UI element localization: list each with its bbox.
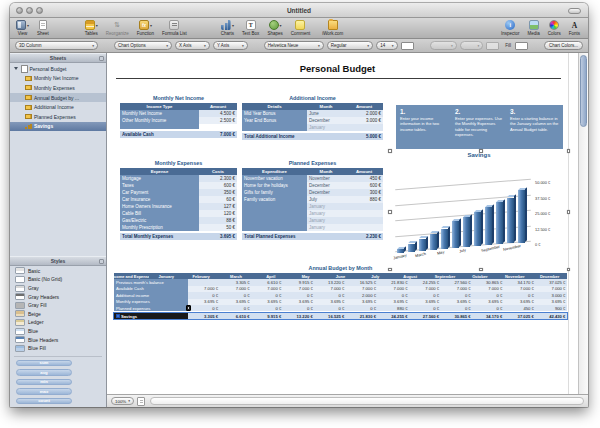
cell[interactable]: January xyxy=(307,217,345,224)
sidebar-item-personal-budget[interactable]: Personal Budget xyxy=(10,64,106,74)
cell[interactable]: 16.525 € xyxy=(314,313,346,319)
column-header[interactable]: Month xyxy=(307,168,345,175)
cell[interactable]: 2.000 € xyxy=(345,110,383,117)
disclosure-triangle-icon[interactable] xyxy=(14,67,18,70)
column-header[interactable]: Amount xyxy=(199,103,237,110)
cell[interactable]: 3.000 € xyxy=(345,117,383,124)
cell[interactable]: 60 € xyxy=(199,196,237,203)
cell[interactable] xyxy=(345,124,383,131)
cell[interactable]: 24.255 € xyxy=(377,313,409,319)
toolbar-charts[interactable]: ▾Charts xyxy=(221,20,234,37)
column-header[interactable]: Costs xyxy=(199,168,237,175)
chart-style-select[interactable]: 3D Column▾ xyxy=(15,41,98,50)
calc-sum[interactable]: sum xyxy=(16,360,72,367)
cell[interactable] xyxy=(242,124,307,131)
cell[interactable] xyxy=(242,203,307,210)
cell[interactable]: December xyxy=(307,117,345,124)
chart-bar[interactable] xyxy=(485,207,492,245)
y-axis-select[interactable]: Y Axis▾ xyxy=(213,41,248,50)
table-title[interactable]: Monthly Expenses xyxy=(120,160,237,166)
cell[interactable]: 88 € xyxy=(199,217,237,224)
cell[interactable]: 0 € xyxy=(188,305,220,311)
cell[interactable] xyxy=(242,224,307,231)
x-axis-select[interactable]: X Axis▾ xyxy=(175,41,210,50)
cell[interactable]: Monthly Net Income xyxy=(120,110,199,117)
cell[interactable]: 120 € xyxy=(199,210,237,217)
cell[interactable]: January xyxy=(307,124,345,131)
cell[interactable]: November xyxy=(307,175,345,182)
chart-bar[interactable] xyxy=(474,212,481,246)
cell[interactable]: 13.220 € xyxy=(283,313,315,319)
cell[interactable]: Cable Bill xyxy=(120,210,199,217)
cell[interactable]: 880 € xyxy=(345,196,383,203)
cell[interactable]: Home Owners Insurance xyxy=(120,203,199,210)
vertical-scrollbar[interactable] xyxy=(578,53,588,394)
total-value[interactable]: 3.695 € xyxy=(199,233,237,241)
maximize-button[interactable] xyxy=(36,7,43,14)
calc-max[interactable]: max xyxy=(16,388,72,395)
selection-handle[interactable] xyxy=(479,268,483,272)
calc-avg[interactable]: avg xyxy=(16,369,72,376)
chart-bar[interactable] xyxy=(496,202,503,244)
scrollbar-thumb[interactable] xyxy=(580,55,587,127)
column-header[interactable]: Amount xyxy=(345,168,383,175)
close-button[interactable] xyxy=(16,7,23,14)
column-header[interactable]: Expenditure xyxy=(242,168,307,175)
cell[interactable]: 127 € xyxy=(199,203,237,210)
cell[interactable] xyxy=(345,217,383,224)
style-item-basic-no-grid[interactable]: Basic (No Grid) xyxy=(10,275,106,284)
cell[interactable]: 0 € xyxy=(220,305,252,311)
minimize-button[interactable] xyxy=(26,7,33,14)
canvas[interactable]: Personal Budget Monthly Net IncomeIncome… xyxy=(107,53,588,394)
column-header[interactable]: Income Type xyxy=(120,103,199,110)
cell[interactable]: 30.865 € xyxy=(441,313,473,319)
cell[interactable]: 6.610 € xyxy=(220,313,252,319)
column-header[interactable]: Expense xyxy=(120,168,199,175)
cell[interactable]: July xyxy=(307,196,345,203)
cell[interactable]: January xyxy=(307,203,345,210)
zoom-select[interactable]: 100% ▾ xyxy=(111,397,134,406)
cell[interactable]: Year End Bonus xyxy=(242,117,307,124)
sidebar-item-monthly-net-income[interactable]: Monthly Net Income xyxy=(10,74,106,84)
toolbar-colors[interactable]: Colors xyxy=(548,20,561,37)
table-title[interactable]: Planned Expenses xyxy=(242,160,383,166)
selection-handle[interactable] xyxy=(388,210,392,214)
chart-colors-button[interactable]: Chart Colors... xyxy=(544,41,583,50)
cell[interactable]: 50 € xyxy=(199,224,237,231)
cell[interactable]: 0 € xyxy=(314,305,346,311)
table-handle-icon[interactable] xyxy=(186,305,192,311)
cell[interactable]: Home for the holidays xyxy=(242,182,307,189)
cell[interactable] xyxy=(345,210,383,217)
toolbar-text-box[interactable]: Text Box xyxy=(242,20,259,37)
cell[interactable]: January xyxy=(307,210,345,217)
toolbar-sheet[interactable]: Sheet xyxy=(37,20,49,37)
chart-bar[interactable] xyxy=(507,198,514,244)
cell[interactable]: 9.915 € xyxy=(251,313,283,319)
style-item-gray-headers[interactable]: Gray Headers xyxy=(10,292,106,301)
chart-bar[interactable] xyxy=(419,239,426,251)
sidebar-item-monthly-expenses[interactable]: Monthly Expenses xyxy=(10,83,106,93)
toolbar-iwork-com[interactable]: iWork.com xyxy=(322,20,343,37)
cell[interactable]: Taxes xyxy=(120,182,199,189)
total-label[interactable]: Total Additional Income xyxy=(242,133,345,141)
cell[interactable]: 2.500 € xyxy=(199,117,237,124)
panel-splitter-handle[interactable] xyxy=(99,56,104,61)
chart-bar[interactable] xyxy=(518,190,525,243)
cell[interactable]: Car Payment xyxy=(120,189,199,196)
cell[interactable]: Gas/Electric xyxy=(120,217,199,224)
total-label[interactable]: Total Planned Expenses xyxy=(242,233,345,241)
chart-bar[interactable] xyxy=(463,217,470,247)
cell[interactable]: June xyxy=(307,110,345,117)
calc-count[interactable]: count xyxy=(16,398,72,405)
font-family-select[interactable]: Helvetica Neue▾ xyxy=(264,41,324,50)
selection-handle[interactable] xyxy=(567,149,571,153)
toolbar-function[interactable]: ▾Function xyxy=(137,20,154,37)
toolbar-comment[interactable]: Comment xyxy=(291,20,311,37)
toolbar-media[interactable]: Media xyxy=(527,20,539,37)
annual-table-title[interactable]: Annual Budget by Month xyxy=(114,265,567,271)
cell[interactable]: 880 € xyxy=(377,305,409,311)
cell[interactable] xyxy=(242,217,307,224)
style-item-ledger[interactable]: Ledger xyxy=(10,318,106,327)
style-item-gray[interactable]: Gray xyxy=(10,284,106,293)
row-label[interactable]: Planned expenses xyxy=(114,305,188,311)
